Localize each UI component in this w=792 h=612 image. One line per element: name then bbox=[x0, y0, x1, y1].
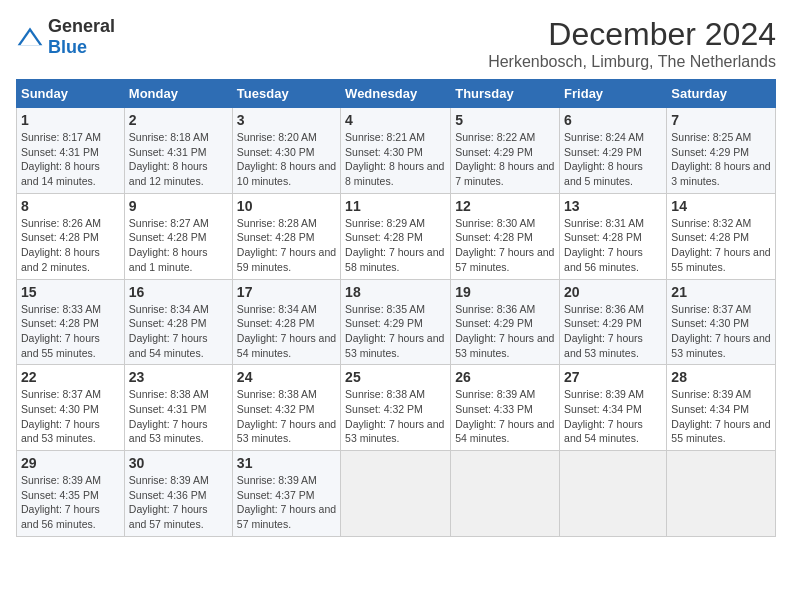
calendar-cell bbox=[341, 451, 451, 537]
day-info: Sunrise: 8:28 AMSunset: 4:28 PMDaylight:… bbox=[237, 216, 336, 275]
calendar-cell: 20Sunrise: 8:36 AMSunset: 4:29 PMDayligh… bbox=[560, 279, 667, 365]
logo-blue: Blue bbox=[48, 37, 87, 57]
calendar-cell: 25Sunrise: 8:38 AMSunset: 4:32 PMDayligh… bbox=[341, 365, 451, 451]
calendar-cell: 26Sunrise: 8:39 AMSunset: 4:33 PMDayligh… bbox=[451, 365, 560, 451]
day-info: Sunrise: 8:39 AMSunset: 4:34 PMDaylight:… bbox=[671, 387, 771, 446]
day-info: Sunrise: 8:38 AMSunset: 4:32 PMDaylight:… bbox=[237, 387, 336, 446]
day-number: 11 bbox=[345, 198, 446, 214]
logo: General Blue bbox=[16, 16, 115, 58]
day-number: 31 bbox=[237, 455, 336, 471]
calendar-cell: 10Sunrise: 8:28 AMSunset: 4:28 PMDayligh… bbox=[232, 193, 340, 279]
day-number: 21 bbox=[671, 284, 771, 300]
weekday-header-thursday: Thursday bbox=[451, 80, 560, 108]
day-number: 2 bbox=[129, 112, 228, 128]
calendar-cell: 30Sunrise: 8:39 AMSunset: 4:36 PMDayligh… bbox=[124, 451, 232, 537]
day-number: 19 bbox=[455, 284, 555, 300]
calendar-cell: 29Sunrise: 8:39 AMSunset: 4:35 PMDayligh… bbox=[17, 451, 125, 537]
calendar-cell: 6Sunrise: 8:24 AMSunset: 4:29 PMDaylight… bbox=[560, 108, 667, 194]
day-number: 15 bbox=[21, 284, 120, 300]
day-number: 18 bbox=[345, 284, 446, 300]
weekday-header-sunday: Sunday bbox=[17, 80, 125, 108]
subtitle: Herkenbosch, Limburg, The Netherlands bbox=[488, 53, 776, 71]
day-number: 6 bbox=[564, 112, 662, 128]
week-row-2: 8Sunrise: 8:26 AMSunset: 4:28 PMDaylight… bbox=[17, 193, 776, 279]
day-number: 1 bbox=[21, 112, 120, 128]
calendar-cell: 15Sunrise: 8:33 AMSunset: 4:28 PMDayligh… bbox=[17, 279, 125, 365]
day-info: Sunrise: 8:21 AMSunset: 4:30 PMDaylight:… bbox=[345, 130, 446, 189]
day-number: 5 bbox=[455, 112, 555, 128]
day-number: 9 bbox=[129, 198, 228, 214]
day-number: 16 bbox=[129, 284, 228, 300]
day-info: Sunrise: 8:20 AMSunset: 4:30 PMDaylight:… bbox=[237, 130, 336, 189]
title-area: December 2024 Herkenbosch, Limburg, The … bbox=[488, 16, 776, 71]
calendar-cell: 23Sunrise: 8:38 AMSunset: 4:31 PMDayligh… bbox=[124, 365, 232, 451]
day-number: 28 bbox=[671, 369, 771, 385]
calendar-cell: 16Sunrise: 8:34 AMSunset: 4:28 PMDayligh… bbox=[124, 279, 232, 365]
calendar-cell: 11Sunrise: 8:29 AMSunset: 4:28 PMDayligh… bbox=[341, 193, 451, 279]
day-info: Sunrise: 8:38 AMSunset: 4:32 PMDaylight:… bbox=[345, 387, 446, 446]
day-info: Sunrise: 8:24 AMSunset: 4:29 PMDaylight:… bbox=[564, 130, 662, 189]
calendar-cell: 19Sunrise: 8:36 AMSunset: 4:29 PMDayligh… bbox=[451, 279, 560, 365]
day-info: Sunrise: 8:36 AMSunset: 4:29 PMDaylight:… bbox=[564, 302, 662, 361]
week-row-4: 22Sunrise: 8:37 AMSunset: 4:30 PMDayligh… bbox=[17, 365, 776, 451]
header: General Blue December 2024 Herkenbosch, … bbox=[16, 16, 776, 71]
calendar-cell: 24Sunrise: 8:38 AMSunset: 4:32 PMDayligh… bbox=[232, 365, 340, 451]
day-number: 14 bbox=[671, 198, 771, 214]
calendar-cell: 5Sunrise: 8:22 AMSunset: 4:29 PMDaylight… bbox=[451, 108, 560, 194]
day-info: Sunrise: 8:39 AMSunset: 4:35 PMDaylight:… bbox=[21, 473, 120, 532]
day-number: 27 bbox=[564, 369, 662, 385]
weekday-header-saturday: Saturday bbox=[667, 80, 776, 108]
main-title: December 2024 bbox=[488, 16, 776, 53]
day-number: 26 bbox=[455, 369, 555, 385]
calendar-cell: 3Sunrise: 8:20 AMSunset: 4:30 PMDaylight… bbox=[232, 108, 340, 194]
day-info: Sunrise: 8:32 AMSunset: 4:28 PMDaylight:… bbox=[671, 216, 771, 275]
day-info: Sunrise: 8:29 AMSunset: 4:28 PMDaylight:… bbox=[345, 216, 446, 275]
day-info: Sunrise: 8:39 AMSunset: 4:34 PMDaylight:… bbox=[564, 387, 662, 446]
day-info: Sunrise: 8:36 AMSunset: 4:29 PMDaylight:… bbox=[455, 302, 555, 361]
day-info: Sunrise: 8:22 AMSunset: 4:29 PMDaylight:… bbox=[455, 130, 555, 189]
calendar-cell bbox=[560, 451, 667, 537]
day-number: 4 bbox=[345, 112, 446, 128]
calendar-cell: 13Sunrise: 8:31 AMSunset: 4:28 PMDayligh… bbox=[560, 193, 667, 279]
calendar-cell: 22Sunrise: 8:37 AMSunset: 4:30 PMDayligh… bbox=[17, 365, 125, 451]
calendar-cell: 8Sunrise: 8:26 AMSunset: 4:28 PMDaylight… bbox=[17, 193, 125, 279]
day-info: Sunrise: 8:37 AMSunset: 4:30 PMDaylight:… bbox=[671, 302, 771, 361]
day-number: 13 bbox=[564, 198, 662, 214]
day-number: 29 bbox=[21, 455, 120, 471]
calendar-cell: 21Sunrise: 8:37 AMSunset: 4:30 PMDayligh… bbox=[667, 279, 776, 365]
day-number: 24 bbox=[237, 369, 336, 385]
day-info: Sunrise: 8:38 AMSunset: 4:31 PMDaylight:… bbox=[129, 387, 228, 446]
day-info: Sunrise: 8:37 AMSunset: 4:30 PMDaylight:… bbox=[21, 387, 120, 446]
logo-text: General Blue bbox=[48, 16, 115, 58]
logo-icon bbox=[16, 26, 44, 48]
weekday-header-friday: Friday bbox=[560, 80, 667, 108]
calendar-cell: 17Sunrise: 8:34 AMSunset: 4:28 PMDayligh… bbox=[232, 279, 340, 365]
calendar-cell bbox=[451, 451, 560, 537]
calendar-cell bbox=[667, 451, 776, 537]
day-info: Sunrise: 8:39 AMSunset: 4:36 PMDaylight:… bbox=[129, 473, 228, 532]
calendar-cell: 4Sunrise: 8:21 AMSunset: 4:30 PMDaylight… bbox=[341, 108, 451, 194]
day-number: 8 bbox=[21, 198, 120, 214]
day-info: Sunrise: 8:39 AMSunset: 4:37 PMDaylight:… bbox=[237, 473, 336, 532]
calendar-cell: 31Sunrise: 8:39 AMSunset: 4:37 PMDayligh… bbox=[232, 451, 340, 537]
day-number: 22 bbox=[21, 369, 120, 385]
day-info: Sunrise: 8:34 AMSunset: 4:28 PMDaylight:… bbox=[237, 302, 336, 361]
weekday-header-row: SundayMondayTuesdayWednesdayThursdayFrid… bbox=[17, 80, 776, 108]
day-number: 17 bbox=[237, 284, 336, 300]
day-info: Sunrise: 8:39 AMSunset: 4:33 PMDaylight:… bbox=[455, 387, 555, 446]
day-number: 12 bbox=[455, 198, 555, 214]
day-number: 30 bbox=[129, 455, 228, 471]
week-row-3: 15Sunrise: 8:33 AMSunset: 4:28 PMDayligh… bbox=[17, 279, 776, 365]
weekday-header-wednesday: Wednesday bbox=[341, 80, 451, 108]
calendar-cell: 1Sunrise: 8:17 AMSunset: 4:31 PMDaylight… bbox=[17, 108, 125, 194]
day-info: Sunrise: 8:27 AMSunset: 4:28 PMDaylight:… bbox=[129, 216, 228, 275]
weekday-header-monday: Monday bbox=[124, 80, 232, 108]
day-number: 7 bbox=[671, 112, 771, 128]
calendar-cell: 28Sunrise: 8:39 AMSunset: 4:34 PMDayligh… bbox=[667, 365, 776, 451]
calendar-cell: 12Sunrise: 8:30 AMSunset: 4:28 PMDayligh… bbox=[451, 193, 560, 279]
day-info: Sunrise: 8:18 AMSunset: 4:31 PMDaylight:… bbox=[129, 130, 228, 189]
day-info: Sunrise: 8:31 AMSunset: 4:28 PMDaylight:… bbox=[564, 216, 662, 275]
calendar-cell: 7Sunrise: 8:25 AMSunset: 4:29 PMDaylight… bbox=[667, 108, 776, 194]
day-number: 3 bbox=[237, 112, 336, 128]
day-info: Sunrise: 8:17 AMSunset: 4:31 PMDaylight:… bbox=[21, 130, 120, 189]
